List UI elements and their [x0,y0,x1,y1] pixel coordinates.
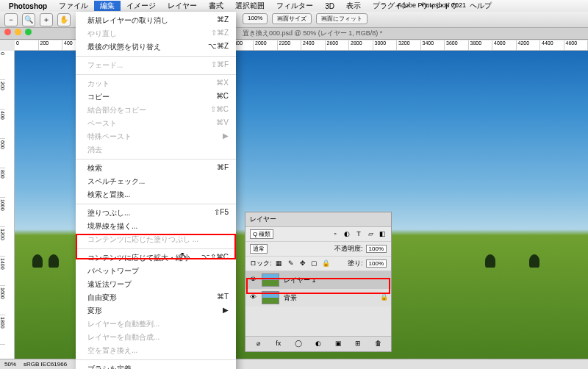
opacity-value[interactable]: 100% [366,245,387,253]
hand-tool-icon[interactable]: ✋ [57,13,71,26]
menu-view[interactable]: 表示 [340,1,367,11]
trash-icon[interactable]: 🗑 [373,340,382,348]
zoom-out-icon[interactable]: － [4,13,18,26]
menu-item: フェード...⇧⌘F [76,59,236,72]
filter-smart-icon[interactable]: ◧ [378,230,387,239]
menu-item: レイヤーを自動整列... [76,318,236,331]
fx-icon[interactable]: fx [274,340,283,348]
menu-item[interactable]: ブラシを定義... [76,362,236,369]
fill-screen-button[interactable]: 画面にフィット [316,13,368,24]
minimize-icon[interactable] [15,29,21,35]
window-controls [4,29,32,35]
filter-adjust-icon[interactable]: ◐ [343,230,351,239]
menu-item: ペースト⌘V [76,117,236,130]
zoom-in-icon[interactable]: ＋ [40,13,53,26]
menu-item[interactable]: 自由変形⌘T [76,291,236,304]
menu-item[interactable]: スペルチェック... [76,175,236,188]
layers-panel-footer: ⌀ fx ◯ ◐ ▣ ⊞ 🗑 [245,336,391,351]
opacity-label: 不透明度: [334,244,363,254]
menu-item[interactable]: 検索と置換... [76,188,236,201]
fill-label: 塗り: [348,259,363,268]
fit-screen-button[interactable]: 画面サイズ [272,13,312,24]
edit-menu-dropdown: 新規レイヤーの取り消し⌘Zやり直し⇧⌘Z最後の状態を切り替え⌥⌘Zフェード...… [76,12,236,369]
lock-brush-icon[interactable]: ✎ [287,259,295,268]
menu-item: 結合部分をコピー⇧⌘C [76,104,236,117]
menu-item[interactable]: パペットワープ [76,265,236,278]
fill-value[interactable]: 100% [366,259,387,268]
filter-image-icon[interactable]: ▫ [331,230,340,239]
visibility-icon[interactable]: 👁 [248,293,257,302]
menu-item[interactable]: 遠近法ワープ [76,278,236,291]
link-icon[interactable]: ⌀ [254,340,263,348]
menu-item[interactable]: 検索⌘F [76,162,236,175]
menu-item[interactable]: 新規レイヤーの取り消し⌘Z [76,14,236,27]
highlight-box-menu [76,234,236,259]
menu-item[interactable]: 塗りつぶし...⇧F5 [76,207,236,220]
filter-shape-icon[interactable]: ▱ [366,230,375,239]
blend-mode-select[interactable]: 通常 [250,244,268,254]
menu-item[interactable]: 最後の状態を切り替え⌥⌘Z [76,40,236,54]
lock-artboard-icon[interactable]: ▢ [310,259,319,268]
menu-item: 空を置き換え... [76,344,236,357]
menu-3d[interactable]: 3D [319,2,340,10]
group-icon[interactable]: ▣ [334,340,343,348]
color-profile: sRGB IEC61966 [24,361,67,368]
layers-panel-title: レイヤー [245,212,391,227]
mask-icon[interactable]: ◯ [294,340,303,348]
lock-transparency-icon[interactable]: ▦ [275,259,284,268]
menu-filter[interactable]: フィルター [270,1,319,11]
menu-item: 消去 [76,143,236,157]
menu-item: 特殊ペースト▶ [76,130,236,143]
layer-name[interactable]: 背景 [284,293,297,303]
app-name: Photoshop [3,2,53,10]
menu-item: レイヤーを自動合成... [76,331,236,344]
menu-item[interactable]: 境界線を描く... [76,220,236,233]
cursor-icon: ↖ [180,250,187,260]
lock-label: ロック: [250,259,272,268]
menu-item[interactable]: コピー⌘C [76,90,236,104]
menu-help[interactable]: ヘルプ [464,1,498,11]
menu-select[interactable]: 選択範囲 [229,1,270,11]
close-icon[interactable] [4,29,11,35]
app-title: Adobe Photoshop 2021 [397,1,466,9]
lock-icon: 🔒 [379,293,388,302]
lock-all-icon[interactable]: 🔒 [322,259,331,268]
menu-file[interactable]: ファイル [53,1,94,11]
zoom-presets: 100% 画面サイズ 画面にフィット [243,13,368,24]
menu-item[interactable]: 変形▶ [76,304,236,318]
menu-image[interactable]: イメージ [121,1,162,11]
highlight-box-layer [246,278,390,294]
menu-edit[interactable]: 編集 [94,1,121,11]
adjustment-icon[interactable]: ◐ [314,340,323,348]
zoom-tool-icon[interactable]: 🔍 [22,13,35,26]
menu-item: やり直し⇧⌘Z [76,27,236,40]
menubar: Photoshop ファイル 編集 イメージ レイヤー 書式 選択範囲 フィルタ… [0,0,588,12]
zoom-level[interactable]: 50% [4,361,16,368]
menu-type[interactable]: 書式 [203,1,229,11]
filter-type-icon[interactable]: T [354,230,363,239]
zoom-100-button[interactable]: 100% [243,13,268,24]
maximize-icon[interactable] [25,29,32,35]
menu-layer[interactable]: レイヤー [162,1,203,11]
lock-move-icon[interactable]: ✥ [298,259,307,268]
document-tab[interactable]: 置き換え000.psd @ 50% (レイヤー 1, RGB/8) * [235,29,390,38]
new-layer-icon[interactable]: ⊞ [354,340,362,348]
layer-filter-type[interactable]: Q 種類 [250,229,273,239]
ruler-vertical: 020040060080010001200140016001800 [0,51,15,359]
menu-item: カット⌘X [76,77,236,90]
